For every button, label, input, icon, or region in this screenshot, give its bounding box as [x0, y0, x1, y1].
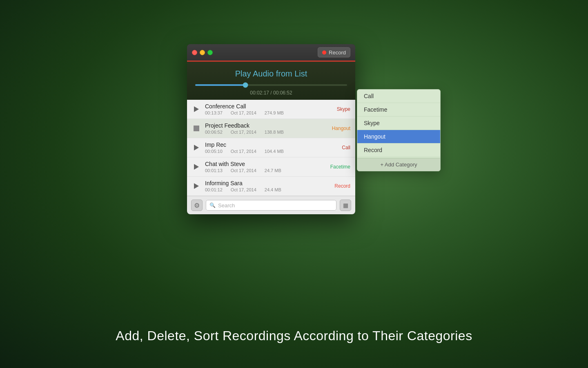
recording-meta: 00:01:12Oct 17, 201424.4 MB — [205, 187, 334, 192]
recording-item[interactable]: Project Feedback00:06:52Oct 17, 2014138.… — [187, 119, 355, 138]
recording-meta: 00:13:37Oct 17, 2014274.9 MB — [205, 110, 337, 115]
recording-info: Conference Call00:13:37Oct 17, 2014274.9… — [205, 103, 337, 115]
play-icon — [194, 145, 199, 150]
play-button[interactable] — [192, 143, 201, 152]
player-title: Play Audio from List — [187, 62, 355, 84]
play-button[interactable] — [192, 105, 201, 114]
recording-category: Hangout — [332, 126, 350, 131]
search-field[interactable]: 🔍 Search — [206, 200, 336, 211]
recording-size: 104.4 MB — [265, 149, 284, 154]
progress-track[interactable] — [195, 84, 347, 86]
bottom-caption: Add, Delete, Sort Recordings According t… — [0, 328, 588, 343]
minimize-button[interactable] — [200, 50, 205, 55]
recording-date: Oct 17, 2014 — [231, 168, 256, 173]
recording-size: 138.8 MB — [265, 130, 284, 135]
maximize-button[interactable] — [207, 50, 213, 55]
recording-name: Imp Rec — [205, 141, 342, 148]
recording-duration: 00:01:12 — [205, 187, 223, 192]
time-display: 00:02:17 / 00:06:52 — [187, 88, 355, 100]
recording-size: 24.7 MB — [265, 168, 281, 173]
recording-category: Facetime — [330, 164, 350, 170]
recording-duration: 00:05:10 — [205, 149, 223, 154]
current-time: 00:02:17 — [250, 90, 269, 96]
recording-size: 24.4 MB — [265, 187, 281, 192]
calendar-button[interactable]: ▦ — [340, 200, 351, 211]
recording-meta: 00:05:10Oct 17, 2014104.4 MB — [205, 149, 342, 154]
recording-date: Oct 17, 2014 — [231, 130, 256, 135]
recording-date: Oct 17, 2014 — [231, 149, 256, 154]
add-category-button[interactable]: + Add Category — [357, 158, 440, 171]
recording-meta: 00:01:13Oct 17, 201424.7 MB — [205, 168, 330, 173]
record-button-label: Record — [329, 49, 346, 56]
play-icon — [194, 164, 199, 170]
recording-date: Oct 17, 2014 — [231, 187, 256, 192]
recording-item[interactable]: Imp Rec00:05:10Oct 17, 2014104.4 MBCall — [187, 138, 355, 157]
recording-category: Skype — [337, 106, 350, 112]
recording-info: Project Feedback00:06:52Oct 17, 2014138.… — [205, 122, 332, 135]
calendar-icon: ▦ — [343, 202, 348, 209]
pause-icon — [194, 126, 199, 131]
recording-date: Oct 17, 2014 — [231, 110, 256, 115]
category-item[interactable]: Facetime — [357, 103, 440, 117]
gear-icon: ⚙ — [194, 202, 200, 209]
title-bar: Record — [187, 44, 355, 61]
recording-size: 274.9 MB — [265, 110, 284, 115]
recording-name: Informing Sara — [205, 180, 334, 186]
category-item[interactable]: Record — [357, 144, 440, 157]
traffic-lights — [192, 50, 213, 55]
recording-duration: 00:01:13 — [205, 168, 223, 173]
total-time: 00:06:52 — [273, 90, 292, 96]
recording-duration: 00:06:52 — [205, 130, 223, 135]
play-button[interactable] — [192, 124, 201, 133]
play-button[interactable] — [192, 182, 201, 191]
recording-item[interactable]: Conference Call00:13:37Oct 17, 2014274.9… — [187, 100, 355, 119]
recording-list: Conference Call00:13:37Oct 17, 2014274.9… — [187, 100, 355, 196]
recording-name: Project Feedback — [205, 122, 332, 129]
recording-info: Informing Sara00:01:12Oct 17, 201424.4 M… — [205, 180, 334, 192]
search-placeholder-text: Search — [218, 202, 235, 209]
gear-button[interactable]: ⚙ — [191, 200, 203, 211]
search-icon: 🔍 — [209, 202, 216, 208]
play-icon — [194, 183, 199, 189]
app-window: Record Play Audio from List 00:02:17 / 0… — [187, 44, 355, 214]
progress-fill — [195, 84, 245, 86]
recording-info: Chat with Steve00:01:13Oct 17, 201424.7 … — [205, 161, 330, 173]
play-icon — [194, 106, 199, 112]
bottom-bar: ⚙ 🔍 Search ▦ — [187, 196, 355, 214]
recording-item[interactable]: Chat with Steve00:01:13Oct 17, 201424.7 … — [187, 157, 355, 177]
category-item[interactable]: Call — [357, 90, 440, 103]
recording-name: Chat with Steve — [205, 161, 330, 167]
recording-info: Imp Rec00:05:10Oct 17, 2014104.4 MB — [205, 141, 342, 154]
category-dropdown: CallFacetimeSkypeHangoutRecord+ Add Cate… — [357, 89, 441, 171]
category-item[interactable]: Hangout — [357, 130, 440, 144]
record-dot-icon — [322, 50, 326, 54]
recording-category: Call — [342, 145, 350, 150]
progress-container — [187, 84, 355, 88]
recording-item[interactable]: Informing Sara00:01:12Oct 17, 201424.4 M… — [187, 177, 355, 196]
record-button[interactable]: Record — [318, 47, 350, 58]
recording-name: Conference Call — [205, 103, 337, 110]
recording-meta: 00:06:52Oct 17, 2014138.8 MB — [205, 130, 332, 135]
play-button[interactable] — [192, 162, 201, 171]
recording-duration: 00:13:37 — [205, 110, 223, 115]
time-separator: / — [270, 90, 273, 96]
progress-handle[interactable] — [243, 83, 248, 88]
category-item[interactable]: Skype — [357, 117, 440, 130]
close-button[interactable] — [192, 50, 197, 55]
recording-category: Record — [334, 183, 350, 189]
player-section: Play Audio from List 00:02:17 / 00:06:52 — [187, 61, 355, 100]
